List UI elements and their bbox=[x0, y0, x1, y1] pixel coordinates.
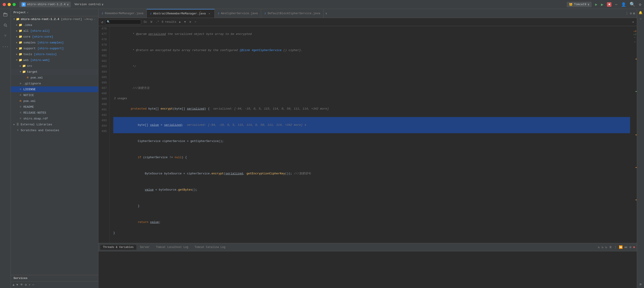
right-bar-git-icon[interactable]: ⑂ bbox=[640, 17, 642, 21]
bottom-refresh2-icon[interactable]: ↻ bbox=[602, 245, 603, 249]
run-button[interactable]: ▶ bbox=[595, 2, 598, 7]
right-bar-notifications-icon[interactable]: 🔔 bbox=[638, 11, 642, 15]
tab-actions: ⋮ ⚙ m bbox=[624, 9, 637, 18]
search-next-button[interactable]: ▼ bbox=[183, 20, 187, 24]
code-editor[interactable]: * @param serialized the serialized objec… bbox=[110, 26, 634, 243]
sidebar-item-pom-web[interactable]: m pom.xml bbox=[11, 75, 98, 81]
sidebar-item-scratches[interactable]: ≡ Scratches and Consoles bbox=[11, 127, 98, 133]
bottom-more-icon[interactable]: ⋮ bbox=[614, 245, 617, 249]
bottom-pause-icon[interactable]: ⏸ bbox=[609, 245, 612, 249]
minimize-button[interactable] bbox=[8, 3, 11, 6]
sidebar-item-notice[interactable]: ≡ NOTICE bbox=[11, 92, 98, 98]
coverage-button[interactable]: ▶ bbox=[601, 2, 603, 7]
bottom-refresh-icon[interactable]: ↻ bbox=[598, 245, 600, 249]
scratches-icon: ≡ bbox=[16, 129, 20, 132]
sidebar-item-support[interactable]: ▶ 📁 support [shiro-support] bbox=[11, 45, 98, 51]
expand-icon[interactable]: ⌄ bbox=[634, 40, 636, 43]
bottom-tab-tomcat-localhost[interactable]: Tomcat Localhost Log bbox=[153, 245, 191, 250]
tab-action-settings-icon[interactable]: ⚙ bbox=[630, 12, 632, 15]
search-regex-button[interactable]: .* bbox=[155, 20, 160, 24]
search-everywhere-button[interactable]: 🔍 bbox=[630, 2, 635, 7]
sidebar-item-readme[interactable]: ≡ README bbox=[11, 104, 98, 110]
settings-button[interactable]: ⚙ bbox=[639, 2, 641, 7]
tab-remember-me-manager[interactable]: J RememberMeManager.java bbox=[98, 9, 147, 18]
services-more-icon[interactable]: ⋯ bbox=[32, 283, 34, 287]
bottom-tab-tomcat-catalina[interactable]: Tomcat Catalina Log bbox=[192, 245, 228, 250]
sidebar-item-target-label: target bbox=[27, 70, 38, 74]
sidebar-item-core-label: core [shiro-core] bbox=[23, 35, 53, 39]
tab-action-more-icon[interactable]: ⋮ bbox=[625, 12, 628, 15]
project-name-label: shiro-shiro-root-1.2.4 bbox=[27, 3, 66, 6]
maven-icon: m bbox=[26, 76, 30, 79]
activity-dots-icon[interactable]: ··· bbox=[2, 43, 9, 50]
sidebar-item-idea[interactable]: ▶ 📁 .idea bbox=[11, 22, 98, 28]
maximize-button[interactable] bbox=[12, 3, 16, 6]
bottom-end-icon[interactable]: ⏭ bbox=[624, 245, 628, 249]
tab-action-bold-icon[interactable]: m bbox=[633, 12, 635, 15]
services-add-icon[interactable]: + bbox=[28, 283, 30, 287]
tab-abstract-remember[interactable]: J AbstractRememberMeManager.java ✕ ⚠ bbox=[147, 9, 214, 18]
sidebar-item-pom-root[interactable]: m pom.xml bbox=[11, 98, 98, 104]
root-expand-btn[interactable]: → bbox=[94, 18, 95, 21]
tab-warning-badge: ⚠ bbox=[200, 10, 201, 13]
folder-icon: 📁 bbox=[18, 35, 22, 39]
sidebar-item-external-libs[interactable]: ▶ 🗄 External Libraries bbox=[11, 121, 98, 127]
run-configuration-selector[interactable]: 🐱 Tomcat9 ∨ bbox=[567, 2, 592, 7]
activity-folder-icon[interactable] bbox=[2, 11, 9, 18]
services-filter-icon[interactable]: ⚙ bbox=[25, 283, 27, 287]
java-icon: J bbox=[102, 12, 103, 15]
code-line-477: * @return an encrypted byte array return… bbox=[113, 42, 630, 59]
more-actions-button[interactable]: ⋯ bbox=[615, 2, 618, 7]
tab-aes-cipher[interactable]: J AesCipherService.java bbox=[214, 9, 261, 18]
project-dropdown-icon: ∨ bbox=[67, 3, 69, 6]
sidebar-item-web[interactable]: ▼ 📁 web [shiro-web] bbox=[11, 57, 98, 63]
search-refresh-icon[interactable]: ↺ bbox=[101, 20, 103, 24]
search-more-button[interactable]: ⋯ bbox=[194, 20, 197, 24]
sidebar-item-gitignore[interactable]: ⊘ .gitignore bbox=[11, 81, 98, 86]
usages-count: 2 usages bbox=[114, 97, 127, 100]
services-down-icon[interactable]: ▼ bbox=[16, 283, 18, 287]
search-filter-button[interactable]: ⚙ bbox=[188, 20, 192, 24]
sidebar-item-target[interactable]: ▼ 📁 target bbox=[11, 69, 98, 75]
sidebar-item-all-label: all [shiro-all] bbox=[23, 29, 50, 33]
sidebar-item-src[interactable]: ▶ 📁 src bbox=[11, 63, 98, 69]
activity-git-icon[interactable]: ⑂ bbox=[2, 32, 9, 40]
search-close-button[interactable]: ✕ bbox=[632, 20, 634, 24]
search-input[interactable] bbox=[112, 21, 134, 24]
close-button[interactable] bbox=[3, 3, 6, 6]
sidebar-item-core[interactable]: ▶ 📁 core [shiro-core] bbox=[11, 34, 98, 40]
tree-arrow-icon: ▶ bbox=[15, 30, 18, 32]
sidebar-item-root[interactable]: ▼ 📁 shiro-shiro-root-1.2.4 [shiro-root] … bbox=[11, 16, 98, 22]
services-up-icon[interactable]: ▲ bbox=[12, 283, 14, 287]
sidebar-item-tools[interactable]: ▶ 📁 tools [shiro-tools] bbox=[11, 51, 98, 57]
sidebar-item-release-notes[interactable]: ≡ RELEASE-NOTES bbox=[11, 110, 98, 116]
sidebar-item-shiro-doap[interactable]: ≡ shiro.doap.rdf bbox=[11, 116, 98, 121]
right-bar-bottom-icon[interactable]: ⊞ bbox=[640, 282, 641, 286]
java-icon: J bbox=[264, 12, 266, 15]
bottom-skip-icon[interactable]: ⏩ bbox=[619, 245, 623, 249]
tab-close-button[interactable]: ✕ bbox=[208, 12, 211, 16]
sidebar-item-readme-label: README bbox=[23, 105, 34, 109]
search-prev-button[interactable]: ▲ bbox=[178, 20, 181, 24]
profile-button[interactable]: 👤 bbox=[621, 2, 626, 7]
project-selector[interactable]: S shiro-shiro-root-1.2.4 ∨ bbox=[19, 2, 71, 8]
search-cc-button[interactable]: Cc bbox=[143, 20, 148, 24]
collapse-icon[interactable]: ⌃ bbox=[634, 37, 636, 39]
bottom-tab-server[interactable]: Server bbox=[137, 245, 152, 250]
sidebar-item-license[interactable]: ≡ LICENSE bbox=[11, 86, 98, 92]
tab-default-block[interactable]: J DefaultBlockCipherService.java bbox=[261, 9, 324, 18]
tab-label: AesCipherService.java bbox=[221, 12, 258, 15]
search-w-button[interactable]: W bbox=[150, 20, 153, 24]
stop-button[interactable]: ■ bbox=[607, 2, 612, 7]
version-control-selector[interactable]: Version control ∨ bbox=[74, 3, 103, 6]
bottom-tab-threads[interactable]: Threads & Variables bbox=[100, 245, 136, 250]
bottom-refresh3-icon[interactable]: ↻ bbox=[605, 245, 607, 249]
error-indicators: ⚠8 ✓7 ⌃ ⌄ bbox=[634, 30, 636, 43]
sidebar-item-all[interactable]: ▶ 📁 all [shiro-all] bbox=[11, 28, 98, 34]
bottom-settings-icon[interactable]: ⚙ bbox=[630, 245, 631, 249]
tab-dropdown-button[interactable]: ∨ bbox=[324, 9, 329, 18]
services-eye-icon[interactable]: 👁 bbox=[20, 283, 23, 287]
activity-search-icon[interactable] bbox=[2, 22, 9, 29]
sidebar-item-samples[interactable]: ▶ 📁 samples [shiro-samples] bbox=[11, 40, 98, 45]
bottom-stop-icon[interactable]: ■ bbox=[633, 245, 635, 249]
